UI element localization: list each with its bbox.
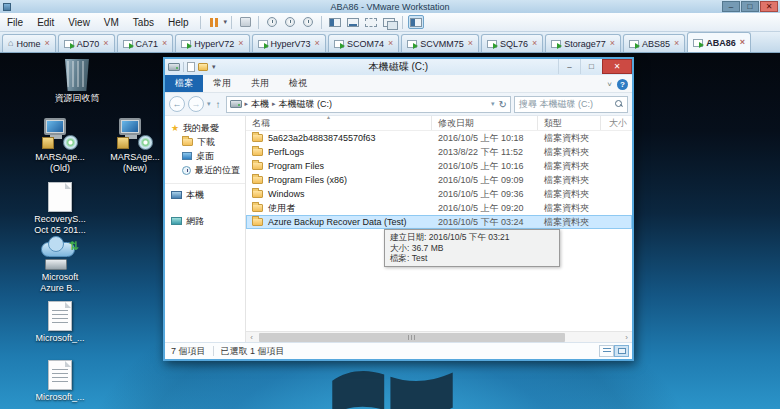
tab-ca71[interactable]: CA71 ×: [117, 34, 174, 52]
file-row[interactable]: 5a623a2b48838745570f63 2016/10/5 上午 10:1…: [246, 131, 632, 145]
snapshot-manager-button[interactable]: [300, 15, 316, 29]
suspend-vm-button[interactable]: [206, 15, 222, 29]
show-library-button[interactable]: [327, 15, 343, 29]
breadcrumb-current[interactable]: 本機磁碟 (C:): [279, 98, 333, 111]
desktop-icon-marsagent-new[interactable]: MARSAge... (New): [97, 116, 173, 174]
tab-label: Home: [16, 39, 40, 49]
tab-sql76[interactable]: SQL76 ×: [481, 34, 543, 52]
explorer-minimize-button[interactable]: –: [558, 59, 580, 74]
tab-close-icon[interactable]: ×: [387, 39, 393, 48]
desktop-icon-marsagent-old[interactable]: MARSAge... (Old): [22, 116, 98, 174]
tab-hyperv73[interactable]: HyperV73 ×: [252, 34, 326, 52]
scrollbar-thumb[interactable]: [259, 333, 565, 342]
tab-ad70[interactable]: AD70 ×: [58, 34, 115, 52]
menu-view[interactable]: View: [61, 13, 97, 31]
sidebar-item-this-pc[interactable]: 本機: [165, 188, 245, 202]
sidebar-label: 下載: [197, 136, 215, 149]
fullscreen-button[interactable]: [363, 15, 379, 29]
ribbon-tab-view[interactable]: 檢視: [279, 75, 317, 92]
desktop-icon-microsoft-doc-2[interactable]: Microsoft_...: [22, 356, 98, 403]
file-row[interactable]: Program Files (x86) 2016/10/5 上午 09:09 檔…: [246, 173, 632, 187]
tooltip-size: 大小: 36.7 MB: [390, 243, 554, 254]
tab-close-icon[interactable]: ×: [237, 39, 243, 48]
tab-close-icon[interactable]: ×: [531, 39, 537, 48]
file-row-selected[interactable]: Azure Backup Recover Data (Test) 2016/10…: [246, 215, 632, 229]
tab-close-icon[interactable]: ×: [102, 39, 108, 48]
show-thumbnail-bar-button[interactable]: [345, 15, 361, 29]
address-box[interactable]: ▸ 本機 ▸ 本機磁碟 (C:) ▾ ↻: [226, 96, 511, 113]
ribbon-tab-home[interactable]: 常用: [203, 75, 241, 92]
take-snapshot-button[interactable]: [264, 15, 280, 29]
file-row[interactable]: PerfLogs 2013/8/22 下午 11:52 檔案資料夾: [246, 145, 632, 159]
tab-close-icon[interactable]: ×: [314, 39, 320, 48]
horizontal-scrollbar[interactable]: ‹ ›: [246, 331, 632, 342]
desktop-icon-azure-backup[interactable]: ⇅ Microsoft Azure B...: [22, 236, 98, 294]
menu-file[interactable]: File: [0, 13, 30, 31]
thumbnail-view-button[interactable]: [614, 345, 629, 357]
tab-aba86-active[interactable]: ABA86 ×: [687, 32, 751, 52]
minimize-ribbon-icon[interactable]: ˅: [607, 80, 612, 89]
console-view-button[interactable]: [408, 15, 424, 29]
tab-storage77[interactable]: Storage77 ×: [545, 34, 621, 52]
sidebar-item-downloads[interactable]: 下載: [165, 135, 245, 149]
refresh-icon[interactable]: ↻: [499, 99, 507, 110]
ctrl-alt-del-button[interactable]: [237, 15, 253, 29]
file-name: Azure Backup Recover Data (Test): [268, 217, 407, 227]
tab-close-icon[interactable]: ×: [739, 38, 745, 47]
vmware-maximize-button[interactable]: □: [741, 1, 759, 12]
desktop-icon-microsoft-doc-1[interactable]: Microsoft_...: [22, 297, 98, 344]
file-row[interactable]: Windows 2016/10/5 上午 09:36 檔案資料夾: [246, 187, 632, 201]
scroll-left-icon[interactable]: ‹: [246, 333, 257, 342]
tab-home[interactable]: ⌂ Home ×: [2, 34, 56, 52]
sidebar-item-favorites[interactable]: ★ 我的最愛: [165, 121, 245, 135]
sidebar-item-network[interactable]: 網路: [165, 214, 245, 228]
sidebar-item-recent-places[interactable]: 最近的位置: [165, 163, 245, 177]
help-icon[interactable]: ?: [617, 79, 628, 90]
column-header-date[interactable]: 修改日期: [432, 116, 538, 130]
address-dropdown-icon[interactable]: ▾: [491, 100, 495, 108]
file-row[interactable]: 使用者 2016/10/5 上午 09:20 檔案資料夾: [246, 201, 632, 215]
tab-close-icon[interactable]: ×: [467, 39, 473, 48]
tab-close-icon[interactable]: ×: [673, 39, 679, 48]
file-date: 2016/10/5 下午 03:24: [432, 215, 538, 229]
back-button[interactable]: ←: [169, 96, 185, 112]
menu-vm[interactable]: VM: [97, 13, 126, 31]
desktop-icon-recovery-script[interactable]: RecoveryS... Oct 05 201...: [22, 178, 98, 236]
menu-help[interactable]: Help: [161, 13, 196, 31]
menu-edit[interactable]: Edit: [30, 13, 61, 31]
column-header-name[interactable]: 名稱 ▲: [246, 116, 432, 130]
vmware-minimize-button[interactable]: –: [722, 1, 740, 12]
tab-abs85[interactable]: ABS85 ×: [623, 34, 685, 52]
vmware-close-button[interactable]: ✕: [760, 1, 778, 12]
ribbon-tab-share[interactable]: 共用: [241, 75, 279, 92]
folder-icon: [252, 162, 263, 170]
scroll-right-icon[interactable]: ›: [621, 333, 632, 342]
tab-scvmm75[interactable]: SCVMM75 ×: [401, 34, 479, 52]
file-type: 檔案資料夾: [538, 173, 601, 187]
vm-icon: [258, 40, 268, 48]
explorer-close-button[interactable]: ✕: [602, 59, 632, 74]
tab-close-icon[interactable]: ×: [161, 39, 167, 48]
revert-snapshot-button[interactable]: [282, 15, 298, 29]
column-header-type[interactable]: 類型: [538, 116, 601, 130]
forward-button[interactable]: →: [188, 96, 204, 112]
tab-close-icon[interactable]: ×: [609, 39, 615, 48]
file-row[interactable]: Program Files 2016/10/5 上午 10:16 檔案資料夾: [246, 159, 632, 173]
ribbon-tab-file[interactable]: 檔案: [165, 75, 203, 92]
unity-mode-button[interactable]: [381, 15, 397, 29]
sidebar-item-desktop[interactable]: 桌面: [165, 149, 245, 163]
menu-tabs[interactable]: Tabs: [126, 13, 161, 31]
history-dropdown-icon[interactable]: ▾: [207, 100, 211, 108]
search-input[interactable]: 搜尋 本機磁碟 (C:): [514, 96, 628, 113]
icon-label: MARSAge...: [97, 152, 173, 163]
desktop-icon-recycle-bin[interactable]: 資源回收筒: [39, 57, 115, 104]
breadcrumb-root[interactable]: 本機: [251, 98, 269, 111]
details-view-button[interactable]: [599, 345, 614, 357]
explorer-maximize-button[interactable]: □: [580, 59, 602, 74]
power-dropdown-icon[interactable]: ▾: [224, 18, 228, 26]
tab-close-icon[interactable]: ×: [43, 39, 49, 48]
tab-scom74[interactable]: SCOM74 ×: [328, 34, 399, 52]
up-button[interactable]: ↑: [214, 99, 223, 110]
column-header-size[interactable]: 大小: [601, 116, 631, 130]
tab-hyperv72[interactable]: HyperV72 ×: [175, 34, 249, 52]
